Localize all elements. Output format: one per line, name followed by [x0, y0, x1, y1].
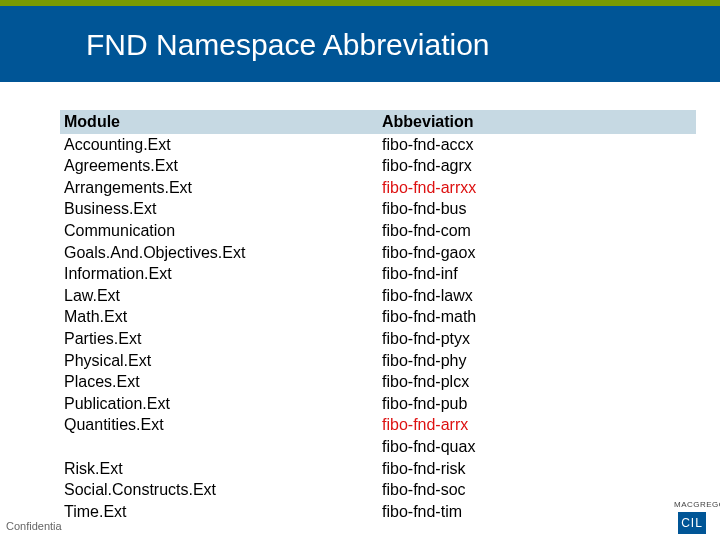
- cell-abbr: fibo-fnd-lawx: [378, 285, 696, 307]
- table-row: Business.Extfibo-fnd-bus: [60, 198, 696, 220]
- table-row: Math.Extfibo-fnd-math: [60, 306, 696, 328]
- cell-abbr: fibo-fnd-quax: [378, 436, 696, 458]
- cell-module: Parties.Ext: [60, 328, 378, 350]
- cell-abbr: fibo-fnd-arrxx: [378, 177, 696, 199]
- table-row: Social.Constructs.Extfibo-fnd-soc: [60, 479, 696, 501]
- cell-abbr: fibo-fnd-inf: [378, 263, 696, 285]
- cell-abbr: fibo-fnd-bus: [378, 198, 696, 220]
- cell-abbr: fibo-fnd-math: [378, 306, 696, 328]
- cell-module: Business.Ext: [60, 198, 378, 220]
- cell-abbr: fibo-fnd-pub: [378, 393, 696, 415]
- cell-module: Arrangements.Ext: [60, 177, 378, 199]
- cell-module: Social.Constructs.Ext: [60, 479, 378, 501]
- cell-module: Risk.Ext: [60, 458, 378, 480]
- table-row: Risk.Extfibo-fnd-risk: [60, 458, 696, 480]
- namespace-table: Module Abbeviation Accounting.Extfibo-fn…: [60, 110, 696, 522]
- cell-module: Agreements.Ext: [60, 155, 378, 177]
- cell-abbr: fibo-fnd-soc: [378, 479, 696, 501]
- table-row: Parties.Extfibo-fnd-ptyx: [60, 328, 696, 350]
- cell-module: Math.Ext: [60, 306, 378, 328]
- cell-module: Places.Ext: [60, 371, 378, 393]
- cell-module: Goals.And.Objectives.Ext: [60, 242, 378, 264]
- cell-module: [60, 436, 378, 458]
- cell-module: Physical.Ext: [60, 350, 378, 372]
- cell-abbr: fibo-fnd-accx: [378, 134, 696, 156]
- logo-box-text: CIL: [678, 512, 706, 534]
- table-row: Physical.Extfibo-fnd-phy: [60, 350, 696, 372]
- title-bar: FND Namespace Abbreviation: [0, 0, 720, 82]
- cell-abbr: fibo-fnd-risk: [378, 458, 696, 480]
- cell-module: Quantities.Ext: [60, 414, 378, 436]
- cell-abbr: fibo-fnd-gaox: [378, 242, 696, 264]
- column-header-abbr: Abbeviation: [378, 110, 696, 134]
- cell-abbr: fibo-fnd-ptyx: [378, 328, 696, 350]
- table-row: Accounting.Extfibo-fnd-accx: [60, 134, 696, 156]
- page-title: FND Namespace Abbreviation: [0, 6, 720, 62]
- cell-module: Information.Ext: [60, 263, 378, 285]
- table-row: Law.Extfibo-fnd-lawx: [60, 285, 696, 307]
- column-header-module: Module: [60, 110, 378, 134]
- table-row: Goals.And.Objectives.Extfibo-fnd-gaox: [60, 242, 696, 264]
- cell-module: Publication.Ext: [60, 393, 378, 415]
- cell-abbr: fibo-fnd-agrx: [378, 155, 696, 177]
- table-row: fibo-fnd-quax: [60, 436, 696, 458]
- cell-module: Law.Ext: [60, 285, 378, 307]
- table-row: Time.Extfibo-fnd-tim: [60, 501, 696, 523]
- cell-abbr: fibo-fnd-phy: [378, 350, 696, 372]
- table-header-row: Module Abbeviation: [60, 110, 696, 134]
- content-area: Module Abbeviation Accounting.Extfibo-fn…: [60, 110, 696, 540]
- cell-abbr: fibo-fnd-com: [378, 220, 696, 242]
- cell-abbr: fibo-fnd-plcx: [378, 371, 696, 393]
- cell-module: Time.Ext: [60, 501, 378, 523]
- cell-abbr: fibo-fnd-tim: [378, 501, 696, 523]
- logo: MACGREGOR CIL: [672, 498, 712, 538]
- cell-module: Accounting.Ext: [60, 134, 378, 156]
- table-row: Communicationfibo-fnd-com: [60, 220, 696, 242]
- table-row: Agreements.Extfibo-fnd-agrx: [60, 155, 696, 177]
- table-row: Arrangements.Extfibo-fnd-arrxx: [60, 177, 696, 199]
- table-row: Quantities.Extfibo-fnd-arrx: [60, 414, 696, 436]
- confidential-label: Confidentia: [6, 520, 62, 532]
- cell-abbr: fibo-fnd-arrx: [378, 414, 696, 436]
- table-row: Information.Extfibo-fnd-inf: [60, 263, 696, 285]
- table-row: Publication.Extfibo-fnd-pub: [60, 393, 696, 415]
- table-row: Places.Extfibo-fnd-plcx: [60, 371, 696, 393]
- cell-module: Communication: [60, 220, 378, 242]
- logo-top-text: MACGREGOR: [674, 500, 720, 509]
